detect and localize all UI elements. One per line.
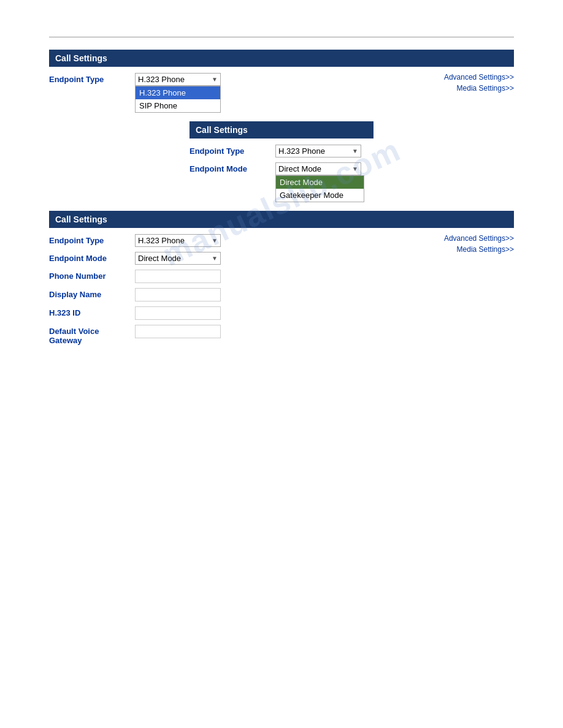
default-voice-gateway-input[interactable] [135,325,221,338]
section1-dropdown-arrow: ▼ [212,76,218,83]
section3-display-name-row: Display Name [49,288,514,301]
section2-wrapper: Call Settings Endpoint Type H.323 Phone … [49,121,514,186]
section1-endpoint-type-dropdown-container: H.323 Phone ▼ H.323 Phone SIP Phone [135,73,221,86]
section3-mode-arrow: ▼ [212,255,218,262]
section2-endpoint-type-dropdown[interactable]: H.323 Phone ▼ [275,145,361,157]
section1-endpoint-type-dropdown[interactable]: H.323 Phone ▼ [135,73,221,86]
section3-body: Endpoint Type H.323 Phone ▼ Advanced Set… [49,228,514,356]
section3-endpoint-type-dropdown-container: H.323 Phone ▼ [135,234,221,247]
display-name-input[interactable] [135,288,221,301]
section2-endpoint-mode-dropdown-container: Direct Mode ▼ Direct Mode Gatekeeper Mod… [275,162,361,175]
section3-header: Call Settings [49,211,514,228]
section-2: Call Settings Endpoint Type H.323 Phone … [190,121,373,186]
section2-mode-option-gatekeeper[interactable]: Gatekeeper Mode [276,189,364,202]
section1-field-links: Advanced Settings>> Media Settings>> [444,73,514,95]
section2-body: Endpoint Type H.323 Phone ▼ Endpoint Mod… [190,138,373,186]
section1-option-h323[interactable]: H.323 Phone [136,86,220,99]
section1-dropdown-list: H.323 Phone SIP Phone [135,86,221,113]
section3-endpoint-mode-control: Direct Mode ▼ [135,252,514,265]
section3-h323id-row: H.323 ID [49,306,514,320]
section3-default-voice-gateway-row: Default Voice Gateway [49,325,514,345]
section1-endpoint-type-value: H.323 Phone [138,75,185,84]
section1-option-sip[interactable]: SIP Phone [136,99,220,112]
section3-phone-number-row: Phone Number [49,270,514,283]
section3-endpoint-mode-value: Direct Mode [138,254,181,263]
section3-endpoint-mode-dropdown-container: Direct Mode ▼ [135,252,221,265]
section3-endpoint-mode-label: Endpoint Mode [49,252,135,263]
section1-body: Endpoint Type H.323 Phone ▼ H.323 Phone … [49,67,514,97]
section2-endpoint-type-value: H.323 Phone [278,146,325,156]
section2-dropdown-arrow: ▼ [352,148,358,154]
section1-advanced-settings-link[interactable]: Advanced Settings>> [444,73,514,82]
section1-endpoint-type-label: Endpoint Type [49,73,135,84]
section3-phone-number-label: Phone Number [49,270,135,281]
section2-endpoint-type-dropdown-container: H.323 Phone ▼ [275,145,361,157]
page-content: Call Settings Endpoint Type H.323 Phone … [0,37,563,393]
section3-type-arrow: ▼ [212,237,218,244]
section-1: Call Settings Endpoint Type H.323 Phone … [49,50,514,97]
section3-default-voice-gateway-label: Default Voice Gateway [49,325,135,345]
h323-id-input[interactable] [135,306,221,320]
section1-media-settings-link[interactable]: Media Settings>> [444,84,514,93]
section3-endpoint-mode-row: Endpoint Mode Direct Mode ▼ [49,252,514,265]
section3-display-name-control [135,288,514,301]
section3-default-voice-gateway-control [135,325,514,338]
section3-display-name-label: Display Name [49,288,135,299]
section2-endpoint-type-control: H.323 Phone ▼ [275,145,373,157]
section3-endpoint-type-value: H.323 Phone [138,236,185,245]
section2-endpoint-mode-dropdown[interactable]: Direct Mode ▼ [275,162,361,175]
section3-phone-number-control [135,270,514,283]
section2-endpoint-mode-control: Direct Mode ▼ Direct Mode Gatekeeper Mod… [275,162,373,175]
section3-endpoint-type-row: Endpoint Type H.323 Phone ▼ Advanced Set… [49,234,514,247]
section2-header: Call Settings [190,121,373,138]
section3-advanced-settings-link[interactable]: Advanced Settings>> [444,234,514,243]
section1-endpoint-type-row: Endpoint Type H.323 Phone ▼ H.323 Phone … [49,73,514,86]
section3-endpoint-mode-dropdown[interactable]: Direct Mode ▼ [135,252,221,265]
section2-mode-arrow: ▼ [352,165,358,172]
section2-endpoint-type-label: Endpoint Type [190,145,275,156]
section1-header: Call Settings [49,50,514,67]
section2-endpoint-mode-value: Direct Mode [278,164,321,173]
section3-h323id-control [135,306,514,320]
section-3: Call Settings Endpoint Type H.323 Phone … [49,211,514,356]
phone-number-input[interactable] [135,270,221,283]
section2-endpoint-mode-label: Endpoint Mode [190,162,275,173]
section2-mode-option-direct[interactable]: Direct Mode [276,176,364,189]
section2-endpoint-mode-list: Direct Mode Gatekeeper Mode [275,175,364,202]
section3-endpoint-type-dropdown[interactable]: H.323 Phone ▼ [135,234,221,247]
section2-endpoint-type-row: Endpoint Type H.323 Phone ▼ [190,145,373,157]
section3-h323id-label: H.323 ID [49,306,135,317]
section2-endpoint-mode-row: Endpoint Mode Direct Mode ▼ Direct Mode … [190,162,373,175]
section3-endpoint-type-label: Endpoint Type [49,234,135,245]
